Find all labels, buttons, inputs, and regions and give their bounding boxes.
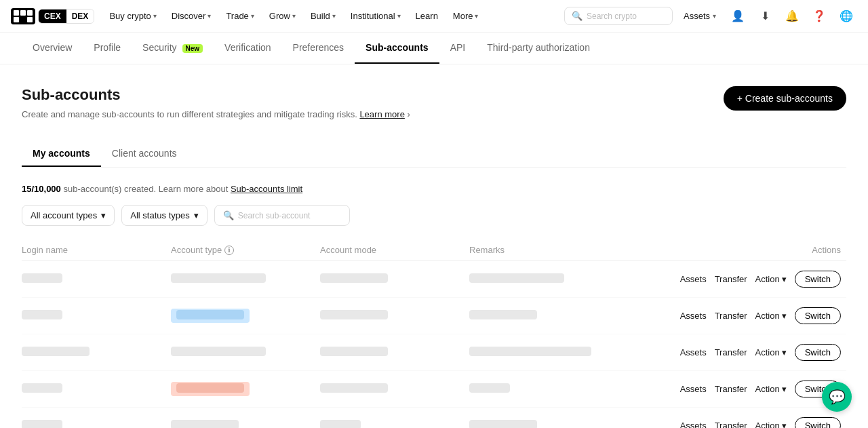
help-icon[interactable]: ❓ (808, 5, 830, 27)
tab-client-accounts[interactable]: Client accounts (101, 141, 188, 167)
search-subaccount-input[interactable]: 🔍 Search sub-account (214, 205, 350, 226)
subaccounts-limit-link[interactable]: Sub-accounts limit (231, 184, 302, 194)
transfer-link[interactable]: Transfer (715, 421, 747, 428)
cex-dex-toggle[interactable]: CEX DEX (38, 9, 94, 24)
action-dropdown[interactable]: Action ▾ (755, 421, 787, 428)
assets-link[interactable]: Assets (680, 384, 707, 394)
nav-items: Buy crypto ▾ Discover ▾ Trade ▾ Grow ▾ B… (102, 7, 561, 25)
learn-more-link[interactable]: Learn more (359, 109, 404, 119)
status-type-filter[interactable]: All status types ▾ (121, 205, 207, 226)
bell-icon[interactable]: 🔔 (781, 5, 803, 27)
switch-button[interactable]: Switch (795, 307, 841, 324)
remarks-cell (469, 383, 618, 395)
table-row: Assets Transfer Action ▾ Switch (22, 408, 846, 428)
dex-button[interactable]: DEX (66, 9, 94, 23)
nav-more[interactable]: More ▾ (446, 7, 486, 25)
subnav-subaccounts[interactable]: Sub-accounts (355, 33, 439, 64)
create-subaccounts-button[interactable]: + Create sub-accounts (724, 86, 846, 111)
subnav-api[interactable]: API (439, 33, 477, 64)
nav-build[interactable]: Build ▾ (304, 7, 342, 25)
subnav-preferences[interactable]: Preferences (282, 33, 355, 64)
cex-button[interactable]: CEX (39, 9, 66, 23)
page-description: Create and manage sub-accounts to run di… (22, 109, 410, 119)
assets-link[interactable]: Assets (680, 311, 707, 321)
table-row: Assets Transfer Action ▾ Switch (22, 298, 846, 334)
user-icon[interactable]: 👤 (727, 5, 749, 27)
nav-learn[interactable]: Learn (409, 7, 445, 25)
row-actions: Assets Transfer Action ▾ Switch (618, 271, 846, 288)
new-badge: New (182, 44, 203, 53)
sub-navigation: Overview Profile Security New Verificati… (0, 33, 868, 64)
filters-row: All account types ▾ All status types ▾ 🔍… (22, 205, 846, 226)
col-actions: Actions (618, 245, 846, 255)
nav-grow[interactable]: Grow ▾ (262, 7, 302, 25)
download-icon[interactable]: ⬇ (754, 5, 776, 27)
subnav-security[interactable]: Security New (132, 33, 214, 64)
chevron-down-icon: ▾ (782, 421, 787, 428)
action-dropdown[interactable]: Action ▾ (755, 384, 787, 394)
subnav-verification[interactable]: Verification (214, 33, 281, 64)
remarks-cell (469, 347, 618, 358)
account-type-filter[interactable]: All account types ▾ (22, 205, 115, 226)
globe-icon[interactable]: 🌐 (835, 5, 857, 27)
page-title: Sub-accounts (22, 86, 410, 104)
table-row: Assets Transfer Action ▾ Switch (22, 371, 846, 408)
chevron-down-icon: ▾ (713, 12, 716, 20)
accounts-table: Login name Account type ℹ Account mode R… (22, 239, 846, 428)
search-crypto-box[interactable]: 🔍 Search crypto (564, 7, 673, 25)
tab-my-accounts[interactable]: My accounts (22, 141, 101, 167)
assets-button[interactable]: Assets ▾ (678, 8, 722, 24)
login-name-cell (22, 383, 171, 395)
assets-link[interactable]: Assets (680, 347, 707, 357)
login-name-cell (22, 347, 171, 358)
main-content: Sub-accounts Create and manage sub-accou… (0, 64, 868, 428)
svg-rect-0 (14, 10, 19, 16)
chevron-down-icon: ▾ (153, 12, 157, 20)
svg-rect-3 (14, 17, 19, 22)
svg-rect-2 (27, 10, 33, 16)
nav-institutional[interactable]: Institutional ▾ (344, 7, 408, 25)
subnav-overview[interactable]: Overview (22, 33, 83, 64)
account-mode-cell (320, 310, 469, 322)
switch-button[interactable]: Switch (795, 417, 841, 428)
assets-link[interactable]: Assets (680, 274, 707, 284)
action-dropdown[interactable]: Action ▾ (755, 274, 787, 284)
limit-info: 15/10,000 sub-account(s) created. Learn … (22, 184, 846, 194)
chevron-down-icon: ▾ (101, 210, 106, 220)
action-dropdown[interactable]: Action ▾ (755, 311, 787, 321)
switch-button[interactable]: Switch (795, 344, 841, 361)
nav-buy-crypto[interactable]: Buy crypto ▾ (102, 7, 163, 25)
subnav-third-party[interactable]: Third-party authorization (476, 33, 601, 64)
account-mode-cell (320, 420, 469, 428)
page-header-text: Sub-accounts Create and manage sub-accou… (22, 86, 410, 119)
chevron-down-icon: ▾ (397, 12, 401, 20)
switch-button[interactable]: Switch (795, 271, 841, 288)
okx-logo[interactable] (11, 8, 35, 24)
nav-discover[interactable]: Discover ▾ (165, 7, 218, 25)
account-mode-cell (320, 383, 469, 395)
transfer-link[interactable]: Transfer (715, 347, 747, 357)
search-icon: 🔍 (572, 11, 583, 21)
action-dropdown[interactable]: Action ▾ (755, 347, 787, 357)
chevron-down-icon: ▾ (292, 12, 296, 20)
chat-button[interactable]: 💬 (822, 382, 852, 412)
transfer-link[interactable]: Transfer (715, 311, 747, 321)
login-name-cell (22, 273, 171, 285)
col-account-type: Account type ℹ (171, 245, 320, 255)
account-type-cell (171, 420, 320, 428)
nav-trade[interactable]: Trade ▾ (219, 7, 260, 25)
search-icon: 🔍 (223, 210, 234, 220)
chevron-down-icon: ▾ (782, 311, 787, 321)
table-header: Login name Account type ℹ Account mode R… (22, 239, 846, 261)
chevron-down-icon: ▾ (251, 12, 254, 20)
remarks-cell (469, 310, 618, 322)
row-actions: Assets Transfer Action ▾ Switch (618, 381, 846, 397)
transfer-link[interactable]: Transfer (715, 274, 747, 284)
chevron-down-icon: ▾ (194, 210, 199, 220)
subnav-profile[interactable]: Profile (83, 33, 132, 64)
assets-link[interactable]: Assets (680, 421, 707, 428)
transfer-link[interactable]: Transfer (715, 384, 747, 394)
login-name-cell (22, 420, 171, 428)
account-mode-cell (320, 347, 469, 358)
row-actions: Assets Transfer Action ▾ Switch (618, 307, 846, 324)
